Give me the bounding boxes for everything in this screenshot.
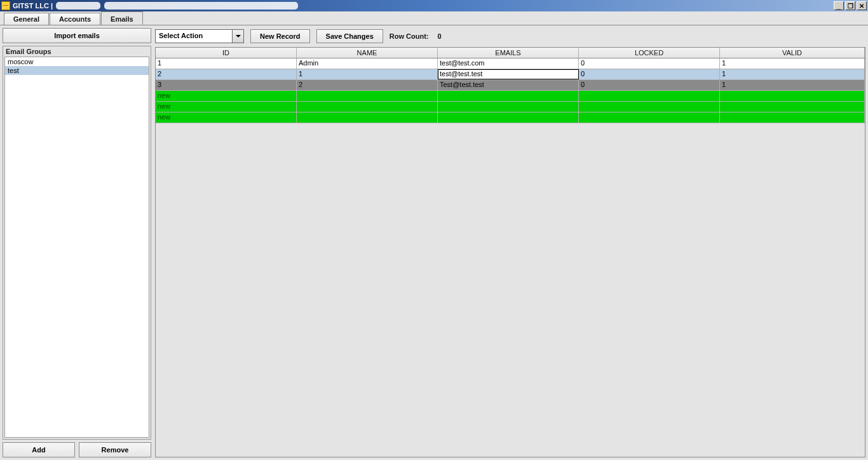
column-header[interactable]: EMAILS: [438, 48, 579, 58]
cell[interactable]: 1: [720, 80, 865, 90]
cell[interactable]: 0: [579, 80, 720, 90]
cell[interactable]: 1: [297, 69, 438, 79]
table-row[interactable]: new: [156, 91, 865, 102]
row-count: Row Count: 0: [390, 32, 442, 40]
tab-accounts[interactable]: Accounts: [50, 13, 100, 25]
cell[interactable]: [297, 91, 438, 101]
new-record-button[interactable]: New Record: [250, 29, 310, 43]
table-row[interactable]: 1Admintest@test.com01: [156, 58, 865, 69]
grid-header: IDNAMEEMAILSLOCKEDVALID: [156, 48, 865, 58]
cell[interactable]: 2: [156, 69, 297, 79]
grid-body[interactable]: 1Admintest@test.com0121test@test.test013…: [156, 58, 865, 457]
emails-grid[interactable]: IDNAMEEMAILSLOCKEDVALID 1Admintest@test.…: [155, 47, 865, 457]
email-groups-list[interactable]: moscowtest: [4, 57, 149, 438]
table-row[interactable]: 21test@test.test01: [156, 69, 865, 80]
group-item[interactable]: test: [5, 66, 149, 75]
cell[interactable]: 1: [720, 69, 865, 79]
app-icon: [1, 1, 10, 10]
row-count-label: Row Count:: [390, 32, 429, 40]
table-row[interactable]: new: [156, 102, 865, 112]
cell[interactable]: [438, 112, 579, 123]
cell[interactable]: [720, 102, 865, 112]
cell[interactable]: new: [156, 112, 297, 123]
cell[interactable]: [297, 112, 438, 123]
cell[interactable]: [297, 102, 438, 112]
cell[interactable]: test@test.test: [438, 69, 579, 79]
action-select[interactable]: Select Action: [155, 29, 244, 43]
title-bar: GITST LLC | _ ❐ ✕: [0, 0, 868, 11]
add-group-button[interactable]: Add: [3, 442, 75, 457]
column-header[interactable]: ID: [156, 48, 297, 58]
action-select-text: Select Action: [156, 30, 232, 43]
cell[interactable]: 1: [156, 58, 297, 69]
cell[interactable]: 3: [156, 80, 297, 90]
cell[interactable]: Admin: [297, 58, 438, 69]
cell[interactable]: [438, 91, 579, 101]
cell[interactable]: 0: [579, 58, 720, 69]
cell[interactable]: 1: [720, 58, 865, 69]
cell[interactable]: 0: [579, 69, 720, 79]
table-row[interactable]: 32Test@test.test01: [156, 80, 865, 91]
title-sep: |: [49, 2, 55, 10]
cell[interactable]: [438, 102, 579, 112]
title-text: GITST LLC: [13, 2, 49, 10]
cell[interactable]: [579, 112, 720, 123]
minimize-button[interactable]: _: [834, 1, 844, 10]
import-emails-button[interactable]: Import emails: [3, 28, 151, 43]
cell[interactable]: Test@test.test: [438, 80, 579, 90]
email-groups-panel: Email Groups moscowtest: [3, 46, 151, 440]
email-groups-title: Email Groups: [3, 46, 151, 57]
column-header[interactable]: VALID: [720, 48, 865, 58]
cell[interactable]: [579, 102, 720, 112]
tab-bar: GeneralAccountsEmails: [0, 11, 868, 25]
cell[interactable]: new: [156, 91, 297, 101]
cell[interactable]: [579, 91, 720, 101]
column-header[interactable]: LOCKED: [579, 48, 720, 58]
save-changes-button[interactable]: Save Changes: [316, 29, 383, 43]
column-header[interactable]: NAME: [297, 48, 438, 58]
cell[interactable]: [720, 112, 865, 123]
grid-toolbar: Select Action New Record Save Changes Ro…: [155, 28, 865, 47]
title-redacted: [56, 2, 100, 10]
title-redacted: [104, 2, 298, 10]
row-count-value: 0: [437, 32, 441, 40]
remove-group-button[interactable]: Remove: [79, 442, 151, 457]
tab-emails[interactable]: Emails: [101, 11, 142, 25]
close-button[interactable]: ✕: [857, 1, 867, 10]
restore-button[interactable]: ❐: [845, 1, 855, 10]
cell[interactable]: new: [156, 102, 297, 112]
cell[interactable]: 2: [297, 80, 438, 90]
tab-general[interactable]: General: [4, 13, 49, 25]
group-item[interactable]: moscow: [5, 57, 149, 66]
table-row[interactable]: new: [156, 112, 865, 123]
cell[interactable]: [720, 91, 865, 101]
chevron-down-icon[interactable]: [232, 30, 243, 43]
cell[interactable]: test@test.com: [438, 58, 579, 69]
